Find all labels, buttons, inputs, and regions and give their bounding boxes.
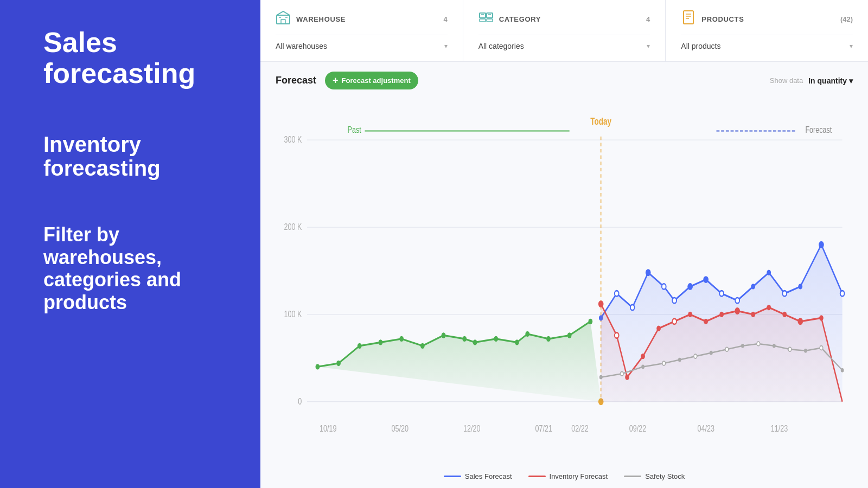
svg-point-51: [546, 336, 551, 342]
svg-rect-4: [480, 13, 486, 18]
svg-point-79: [704, 319, 708, 324]
svg-point-42: [379, 339, 383, 345]
warehouse-count: 4: [443, 15, 447, 23]
forecast-adj-label: Forecast adjustment: [342, 76, 411, 85]
svg-point-100: [820, 346, 823, 350]
products-select-text: All products: [681, 42, 720, 50]
legend-inventory-forecast: Inventory Forecast: [528, 472, 608, 480]
svg-point-83: [767, 305, 771, 310]
svg-point-63: [719, 291, 724, 296]
svg-text:Forecast: Forecast: [805, 125, 832, 135]
svg-text:300 K: 300 K: [284, 135, 302, 145]
svg-text:100 K: 100 K: [284, 309, 302, 319]
svg-point-53: [588, 319, 592, 324]
svg-point-84: [782, 312, 787, 317]
svg-point-72: [598, 300, 604, 307]
svg-point-96: [757, 342, 760, 346]
svg-text:12/20: 12/20: [463, 423, 480, 433]
svg-point-94: [725, 347, 729, 351]
svg-point-91: [678, 358, 681, 362]
svg-point-75: [641, 354, 645, 359]
svg-point-73: [615, 332, 619, 338]
svg-rect-10: [684, 11, 693, 24]
warehouse-select[interactable]: All warehouses ▾: [276, 41, 448, 52]
svg-point-85: [797, 318, 803, 325]
chart-legend: Sales Forecast Inventory Forecast Safety…: [276, 468, 853, 483]
category-label: CATEGORY: [499, 15, 541, 23]
filter-products: PRODUCTS (42) All products ▾: [666, 0, 868, 61]
svg-text:10/19: 10/19: [320, 423, 336, 433]
warehouse-label: WAREHOUSE: [296, 15, 346, 23]
sidebar: Sales forecasting Inventory forecasting …: [0, 0, 260, 488]
svg-point-90: [662, 361, 666, 365]
filter-category: CATEGORY 4 All categories ▾: [463, 0, 666, 61]
forecast-label: Forecast: [276, 75, 316, 86]
legend-safety-label: Safety Stock: [645, 472, 685, 480]
svg-point-82: [751, 312, 755, 317]
svg-text:0: 0: [298, 396, 302, 406]
svg-point-68: [798, 284, 802, 289]
svg-point-43: [399, 336, 404, 342]
svg-point-99: [804, 349, 807, 353]
legend-sales-line: [444, 476, 461, 477]
svg-point-76: [656, 325, 661, 331]
category-chevron-icon: ▾: [647, 42, 650, 50]
sidebar-title: Sales forecasting: [43, 27, 217, 89]
svg-point-59: [662, 284, 666, 289]
svg-point-57: [630, 305, 635, 310]
svg-point-89: [641, 365, 644, 369]
svg-point-45: [442, 332, 446, 338]
category-count: 4: [646, 15, 650, 23]
svg-point-46: [462, 336, 467, 342]
forecast-adjustment-button[interactable]: + Forecast adjustment: [325, 72, 418, 89]
category-icon: [478, 10, 494, 28]
svg-point-52: [567, 332, 572, 338]
svg-text:02/22: 02/22: [571, 423, 588, 433]
chart-toolbar: Forecast + Forecast adjustment Show data…: [276, 72, 853, 89]
quantity-label: In quantity: [808, 76, 847, 85]
sidebar-section-filter: Filter by warehouses, categories and pro…: [43, 223, 217, 313]
svg-point-87: [599, 375, 603, 380]
svg-point-62: [703, 276, 709, 283]
svg-text:200 K: 200 K: [284, 222, 302, 232]
svg-point-97: [773, 344, 776, 348]
chart-svg-wrapper: 300 K 200 K 100 K 0 10/19 05/20 12/20 07…: [276, 98, 853, 468]
svg-point-48: [494, 336, 498, 342]
category-select[interactable]: All categories ▾: [478, 41, 650, 52]
svg-point-101: [841, 368, 844, 373]
svg-rect-1: [281, 20, 285, 24]
products-label: PRODUCTS: [701, 15, 744, 23]
svg-point-95: [741, 344, 744, 348]
category-select-text: All categories: [478, 42, 524, 50]
svg-point-88: [620, 371, 623, 376]
svg-point-44: [420, 343, 425, 349]
svg-text:11/23: 11/23: [771, 423, 788, 433]
svg-point-47: [473, 339, 477, 345]
svg-rect-6: [480, 19, 486, 22]
svg-rect-5: [487, 13, 493, 18]
svg-point-69: [819, 241, 824, 248]
svg-point-81: [735, 307, 740, 314]
svg-point-60: [672, 298, 676, 303]
chart-area: Forecast + Forecast adjustment Show data…: [260, 62, 868, 488]
svg-point-86: [819, 315, 824, 320]
sidebar-section-inventory: Inventory forecasting: [43, 132, 217, 180]
svg-point-70: [840, 291, 845, 296]
svg-point-65: [751, 284, 755, 289]
legend-safety-stock: Safety Stock: [624, 472, 685, 480]
svg-point-98: [788, 347, 792, 351]
plus-icon: +: [333, 75, 339, 86]
legend-sales-forecast: Sales Forecast: [444, 472, 512, 480]
svg-point-41: [358, 343, 362, 349]
svg-point-39: [316, 364, 320, 369]
svg-rect-7: [487, 19, 493, 22]
quantity-toggle-button[interactable]: In quantity ▾: [808, 76, 853, 85]
svg-point-49: [515, 339, 519, 345]
show-data-label: Show data: [770, 76, 803, 85]
legend-inventory-line: [528, 476, 546, 477]
filter-warehouse: WAREHOUSE 4 All warehouses ▾: [260, 0, 463, 61]
products-count: (42): [840, 15, 853, 23]
quantity-chevron-icon: ▾: [849, 76, 853, 85]
products-select[interactable]: All products ▾: [681, 41, 853, 52]
legend-inventory-label: Inventory Forecast: [550, 472, 608, 480]
